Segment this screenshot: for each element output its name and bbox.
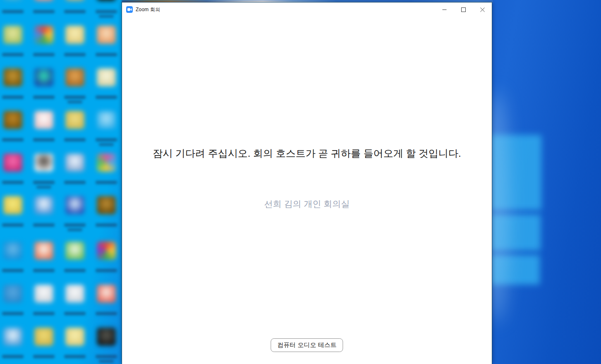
desktop-icon-label	[33, 223, 55, 227]
minimize-button[interactable]	[435, 2, 454, 17]
zoom-app-icon	[126, 6, 133, 13]
desktop-icon[interactable]	[3, 68, 23, 101]
desktop-icon-label	[96, 223, 117, 227]
desktop-icon-image	[97, 285, 116, 303]
desktop-icon[interactable]	[65, 26, 85, 59]
desktop-icon[interactable]	[34, 26, 54, 59]
desktop-icon-image	[97, 242, 116, 260]
desktop-icon-image	[3, 285, 22, 303]
desktop-icon-label	[67, 228, 82, 231]
desktop-icon[interactable]	[97, 242, 117, 275]
desktop-icon[interactable]	[3, 328, 23, 361]
desktop-icon-label	[2, 10, 24, 13]
desktop-icon-label	[96, 10, 117, 13]
meeting-room-name: 선희 김의 개인 회의실	[122, 198, 492, 210]
desktop-icon-image	[34, 0, 53, 1]
desktop-icon-label	[2, 96, 24, 99]
desktop-icon[interactable]	[97, 285, 117, 318]
desktop-icon[interactable]	[34, 111, 54, 144]
desktop-icon-label	[33, 181, 55, 184]
desktop-icon-label	[33, 312, 55, 315]
desktop-icon[interactable]	[34, 328, 54, 361]
desktop-icon-image	[65, 285, 84, 303]
desktop-icon-label	[2, 269, 24, 272]
desktop-icon[interactable]	[34, 153, 54, 187]
desktop-icon[interactable]	[65, 68, 85, 101]
desktop-icon-label	[64, 138, 86, 141]
desktop-icon-label	[33, 355, 55, 358]
desktop-icon[interactable]	[97, 111, 117, 144]
desktop-icon-label	[64, 96, 86, 99]
desktop-icon[interactable]	[65, 285, 85, 318]
desktop-icon[interactable]	[3, 26, 23, 59]
desktop-icon[interactable]	[65, 111, 85, 144]
desktop-icon[interactable]	[34, 196, 54, 229]
desktop-icon[interactable]	[97, 68, 117, 101]
desktop-icon-label	[2, 53, 24, 56]
desktop-icon-image	[3, 68, 22, 86]
desktop-icon[interactable]	[3, 196, 23, 229]
desktop-icon-image	[34, 26, 53, 44]
desktop-icon-label	[2, 355, 24, 358]
desktop-icon-label	[64, 355, 86, 358]
zoom-meeting-window: Zoom 회의 잠시 기다려 주십시오. 회의 호스트가 곧 귀하를 들어오게 …	[122, 2, 492, 364]
desktop-icon-image	[65, 328, 84, 346]
maximize-button[interactable]	[454, 2, 473, 17]
desktop-icon-image	[3, 196, 22, 214]
desktop-icon-image	[97, 153, 116, 172]
desktop-icon-image	[97, 111, 116, 129]
desktop-icon-image	[34, 328, 53, 346]
desktop-icon-label	[96, 53, 117, 56]
desktop-icon[interactable]	[3, 242, 23, 275]
desktop-icon-label	[64, 10, 86, 13]
desktop-icon[interactable]	[65, 242, 85, 275]
desktop-icon-image	[65, 242, 84, 260]
window-title: Zoom 회의	[136, 6, 160, 13]
desktop-icon-image	[65, 0, 84, 1]
desktop-icon[interactable]	[34, 0, 54, 16]
desktop-icon[interactable]	[97, 328, 117, 361]
desktop-icon[interactable]	[65, 0, 85, 16]
desktop-icon-label	[64, 181, 86, 184]
desktop-icon-image	[34, 196, 53, 214]
desktop-icon-image	[97, 0, 116, 1]
desktop-icon[interactable]	[3, 153, 23, 187]
desktop-icon[interactable]	[97, 0, 117, 16]
desktop-icon-label	[96, 181, 117, 184]
desktop-icon-image	[97, 328, 116, 346]
desktop-icon[interactable]	[34, 68, 54, 101]
desktop-icon-image	[3, 26, 22, 44]
desktop-icon-image	[34, 111, 53, 129]
window-controls	[435, 2, 492, 17]
desktop-icon-image	[65, 68, 84, 86]
minimize-icon	[442, 7, 447, 12]
desktop-icon[interactable]	[65, 153, 85, 187]
desktop-icon-image	[34, 68, 53, 86]
desktop-icon-image	[3, 242, 22, 260]
desktop-icon-label	[64, 223, 86, 227]
desktop-icon-label	[96, 269, 117, 272]
desktop-icon[interactable]	[3, 0, 23, 16]
desktop-icon-image	[3, 328, 22, 346]
desktop-icon[interactable]	[97, 196, 117, 229]
desktop-icon-label	[64, 53, 86, 56]
desktop-icon[interactable]	[34, 242, 54, 275]
desktop-icon-image	[34, 242, 53, 260]
desktop-icon[interactable]	[34, 285, 54, 318]
test-computer-audio-button[interactable]: 컴퓨터 오디오 테스트	[271, 338, 343, 352]
desktop-icon-image	[65, 111, 84, 129]
desktop-icon[interactable]	[97, 153, 117, 187]
close-button[interactable]	[473, 2, 492, 17]
desktop-icon-label	[96, 138, 117, 141]
desktop-icon[interactable]	[3, 285, 23, 318]
desktop-icon-image	[34, 153, 53, 172]
desktop-icon-label	[99, 143, 114, 146]
desktop-icon-label	[33, 138, 55, 141]
desktop-icon-label	[2, 223, 24, 227]
desktop-icon[interactable]	[65, 328, 85, 361]
desktop-icon-label	[96, 96, 117, 99]
desktop-icon[interactable]	[65, 196, 85, 229]
desktop-icon-image	[65, 153, 84, 172]
desktop-icon[interactable]	[97, 26, 117, 59]
desktop-icon[interactable]	[3, 111, 23, 144]
